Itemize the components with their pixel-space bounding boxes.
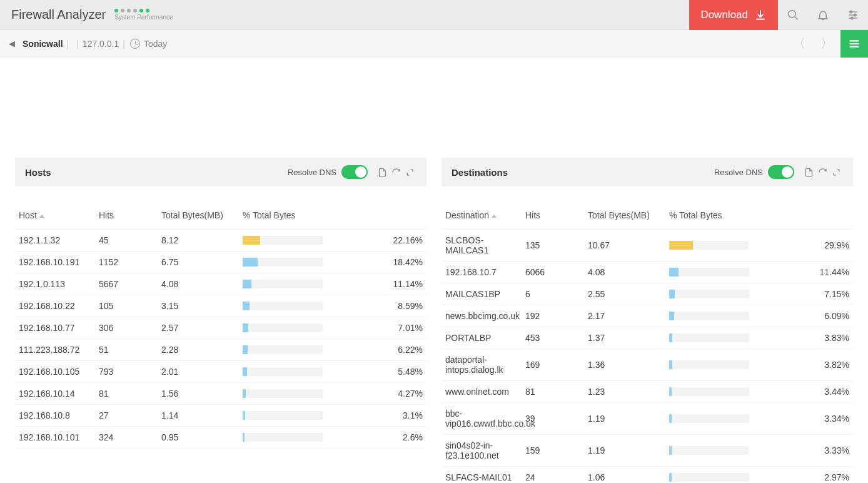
cell-bar [239,317,326,339]
col-bytes[interactable]: Total Bytes(MB) [158,204,239,230]
sliders-icon [847,9,859,21]
table-row[interactable]: SLFACS-MAIL01241.062.97% [442,467,853,484]
table-row[interactable]: MAILCAS1BP62.557.15% [442,283,853,305]
cell-hits: 6 [522,283,584,305]
download-icon [754,9,767,21]
device-name: Sonicwall [23,39,63,49]
table-row[interactable]: SLCBOS-MAILCAS113510.6729.9% [442,230,853,262]
table-row[interactable]: dataportal-intops.dialog.lk1691.363.82% [442,349,853,381]
table-row[interactable]: bbc-vip016.cwwtf.bbc.co.uk391.193.34% [442,403,853,435]
cell-hits: 324 [95,427,158,449]
table-row[interactable]: 192.168.10.19111526.7518.42% [15,252,426,273]
performance-dots [114,9,149,13]
destinations-header-row: Destination Hits Total Bytes(MB) % Total… [442,204,853,230]
cell-bar [665,327,753,349]
brand-title: Firewall Analyzer [11,8,106,22]
back-button[interactable]: ◀ [9,39,15,48]
cell-bytes: 1.56 [158,383,239,405]
cell-hits: 45 [95,230,158,252]
device-ip: 127.0.0.1 [83,39,119,49]
refresh-button[interactable] [389,168,403,177]
col-host[interactable]: Host [15,204,95,230]
cell-bytes: 1.19 [584,435,665,467]
cell-hits: 793 [95,361,158,383]
hosts-header-row: Host Hits Total Bytes(MB) % Total Bytes [15,204,426,230]
cell-bytes: 6.75 [158,252,239,273]
cell-pct: 3.44% [753,381,853,403]
table-row[interactable]: sin04s02-in-f23.1e100.net1591.193.33% [442,435,853,467]
col-bytes[interactable]: Total Bytes(MB) [584,204,665,230]
cell-bar [239,361,326,383]
table-row[interactable]: 192.168.10.1013240.952.6% [15,427,426,449]
col-hits[interactable]: Hits [522,204,584,230]
expand-icon [406,168,414,176]
cell-hits: 192 [522,305,584,327]
hosts-table: Host Hits Total Bytes(MB) % Total Bytes … [15,204,426,449]
nav-prev[interactable]: 〈 [785,30,813,58]
cell-bar [665,305,753,327]
cell-hits: 81 [95,383,158,405]
table-row[interactable]: news.bbcimg.co.uk1922.176.09% [442,305,853,327]
content: Hosts Resolve DNS Host Hits Total Bytes(… [0,58,868,483]
cell-hits: 1152 [95,252,158,273]
cell-pct: 7.15% [753,283,853,305]
download-button[interactable]: Download [689,0,778,30]
col-destination[interactable]: Destination [442,204,522,230]
table-row[interactable]: 192.1.0.11356674.0811.14% [15,273,426,295]
cell-bytes: 1.14 [158,405,239,427]
table-row[interactable]: 111.223.188.72512.286.22% [15,339,426,361]
cell-bytes: 2.17 [584,305,665,327]
hosts-panel: Hosts Resolve DNS Host Hits Total Bytes(… [15,158,426,483]
notifications-button[interactable] [808,0,838,30]
table-row[interactable]: 192.168.10.1057932.015.48% [15,361,426,383]
hosts-header: Hosts Resolve DNS [15,158,426,186]
table-row[interactable]: 192.168.10.221053.158.59% [15,295,426,317]
resolve-dns-toggle[interactable] [768,165,794,179]
col-pct[interactable]: % Total Bytes [239,204,426,230]
nav-next[interactable]: 〉 [813,30,840,58]
cell-name: news.bbcimg.co.uk [442,305,522,327]
cell-name: www.onlnet.com [442,381,522,403]
pdf-icon [378,168,387,177]
col-pct[interactable]: % Total Bytes [665,204,853,230]
hosts-title: Hosts [25,167,51,178]
cell-bytes: 10.67 [584,230,665,262]
table-row[interactable]: 192.168.10.14811.564.27% [15,383,426,405]
cell-bytes: 2.55 [584,283,665,305]
table-row[interactable]: PORTALBP4531.373.83% [442,327,853,349]
search-button[interactable] [778,0,808,30]
destinations-panel: Destinations Resolve DNS Destination Hit… [442,158,853,483]
table-row[interactable]: 192.168.10.760664.0811.44% [442,262,853,283]
cell-pct: 3.83% [753,327,853,349]
cell-pct: 22.16% [326,230,426,252]
cell-bar [239,295,326,317]
cell-bar [665,262,753,283]
expand-button[interactable] [829,168,843,176]
resolve-dns-toggle[interactable] [341,165,368,179]
cell-bar [239,383,326,405]
expand-button[interactable] [403,168,416,176]
cell-pct: 3.33% [753,435,853,467]
table-row[interactable]: 192.168.10.773062.577.01% [15,317,426,339]
cell-bytes: 1.19 [584,403,665,435]
period-label[interactable]: Today [144,39,167,49]
export-pdf-button[interactable] [802,168,815,177]
col-hits[interactable]: Hits [95,204,158,230]
system-performance[interactable]: System Performance [114,9,173,21]
clock-icon [130,39,140,49]
table-row[interactable]: 192.168.10.8271.143.1% [15,405,426,427]
topbar: Firewall Analyzer System Performance Dow… [0,0,868,30]
cell-name: 192.168.10.191 [15,252,95,273]
cell-name: 192.168.10.105 [15,361,95,383]
export-pdf-button[interactable] [375,168,389,177]
cell-bytes: 1.23 [584,381,665,403]
cell-name: 111.223.188.72 [15,339,95,361]
cell-pct: 3.34% [753,403,853,435]
refresh-button[interactable] [815,168,829,177]
cell-pct: 29.9% [753,230,853,262]
settings-button[interactable] [838,0,868,30]
cell-name: 192.1.0.113 [15,273,95,295]
table-row[interactable]: www.onlnet.com811.233.44% [442,381,853,403]
panel-menu-button[interactable] [840,30,868,58]
table-row[interactable]: 192.1.1.32458.1222.16% [15,230,426,252]
